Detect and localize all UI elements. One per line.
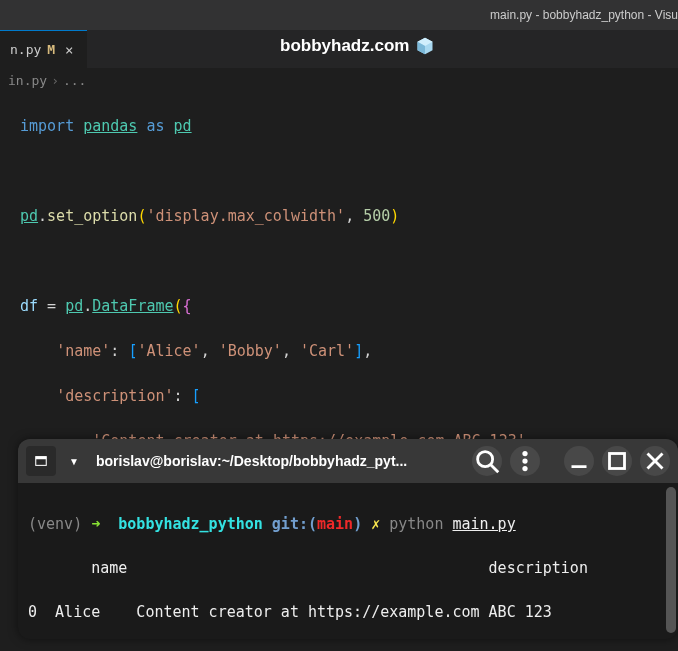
- search-icon[interactable]: [472, 446, 502, 476]
- terminal-panel: ▼ borislav@borislav:~/Desktop/bobbyhadz_…: [18, 439, 678, 639]
- code-line: [20, 160, 678, 183]
- svg-rect-8: [610, 454, 625, 469]
- terminal-dropdown-button[interactable]: ▼: [64, 446, 84, 476]
- svg-point-5: [522, 458, 527, 463]
- code-line: [20, 250, 678, 273]
- code-line: pd.set_option('display.max_colwidth', 50…: [20, 205, 678, 228]
- breadcrumb-dots: ...: [63, 73, 86, 88]
- svg-point-4: [522, 451, 527, 456]
- overlay-text: bobbyhadz.com: [280, 36, 409, 56]
- breadcrumb-file: in.py: [8, 73, 47, 88]
- tab-bar: n.py M × bobbyhadz.com: [0, 30, 678, 68]
- cube-icon: [415, 36, 435, 56]
- close-icon[interactable]: ×: [61, 42, 77, 58]
- tab-filename: n.py: [10, 42, 41, 57]
- close-button[interactable]: [640, 446, 670, 476]
- code-line: 'name': ['Alice', 'Bobby', 'Carl'],: [20, 340, 678, 363]
- code-line: 'description': [: [20, 385, 678, 408]
- scrollbar[interactable]: [666, 487, 676, 633]
- breadcrumb[interactable]: in.py › ...: [0, 68, 678, 92]
- terminal-title: borislav@borislav:~/Desktop/bobbyhadz_py…: [92, 453, 464, 469]
- file-tab[interactable]: n.py M ×: [0, 30, 87, 68]
- svg-rect-1: [36, 457, 47, 460]
- terminal-new-tab-button[interactable]: [26, 446, 56, 476]
- menu-icon[interactable]: [510, 446, 540, 476]
- terminal-line: name description: [28, 557, 668, 579]
- maximize-button[interactable]: [602, 446, 632, 476]
- code-line: import pandas as pd: [20, 115, 678, 138]
- window-title: main.py - bobbyhadz_python - Visu: [490, 8, 678, 22]
- code-line: df = pd.DataFrame({: [20, 295, 678, 318]
- terminal-line: 0 Alice Content creator at https://examp…: [28, 601, 668, 623]
- minimize-button[interactable]: [564, 446, 594, 476]
- terminal-header: ▼ borislav@borislav:~/Desktop/bobbyhadz_…: [18, 439, 678, 483]
- svg-line-3: [491, 465, 499, 473]
- site-overlay-badge: bobbyhadz.com: [280, 36, 435, 56]
- tab-modified-indicator: M: [47, 42, 55, 57]
- terminal-line: (venv) ➜ bobbyhadz_python git:(main) ✗ p…: [28, 513, 668, 535]
- title-bar: main.py - bobbyhadz_python - Visu: [0, 0, 678, 30]
- svg-point-6: [522, 466, 527, 471]
- chevron-right-icon: ›: [51, 73, 59, 88]
- svg-point-2: [478, 452, 493, 467]
- terminal-body[interactable]: (venv) ➜ bobbyhadz_python git:(main) ✗ p…: [18, 483, 678, 639]
